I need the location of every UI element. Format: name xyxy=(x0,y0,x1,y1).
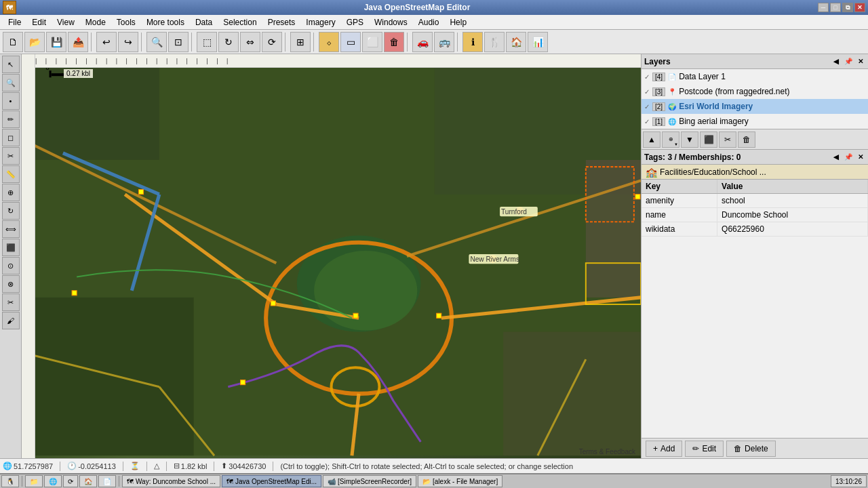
menu-windows[interactable]: Windows xyxy=(369,16,413,28)
layer-down-btn[interactable]: ▼ xyxy=(681,131,698,148)
tags-close-btn[interactable]: ✕ xyxy=(856,152,865,161)
tool-measure[interactable]: 📏 xyxy=(2,165,20,183)
svg-rect-24 xyxy=(138,190,143,195)
tool-paint[interactable]: 🖌 xyxy=(2,312,20,329)
taskbar-files[interactable]: 📁 xyxy=(25,475,43,487)
undo-btn[interactable]: ↩ xyxy=(96,32,117,52)
menu-audio[interactable]: Audio xyxy=(413,16,445,28)
taskbar-refresh[interactable]: ⟳ xyxy=(63,475,78,487)
svg-rect-29 xyxy=(635,195,640,199)
menu-gps[interactable]: GPS xyxy=(341,16,369,28)
menu-help[interactable]: Help xyxy=(444,16,472,28)
layer-merge-btn[interactable]: ⬛ xyxy=(700,131,717,148)
restore-btn[interactable]: ⧉ xyxy=(842,3,853,12)
info-btn[interactable]: ℹ xyxy=(462,32,483,52)
taskbar-recorder-icon: 📹 xyxy=(328,478,336,485)
graph-btn[interactable]: 📊 xyxy=(528,32,548,52)
food-btn[interactable]: 🍴 xyxy=(484,32,505,52)
select2-btn[interactable]: ⬜ xyxy=(362,32,382,52)
tool-merge[interactable]: ⊗ xyxy=(2,275,20,293)
mirror-btn[interactable]: ⇔ xyxy=(240,32,260,52)
upload-btn[interactable]: 📤 xyxy=(68,32,88,52)
delete-tag-btn[interactable]: 🗑 Delete xyxy=(726,441,776,457)
layer-delete-btn[interactable]: 🗑 xyxy=(738,131,755,148)
taskbar-recorder[interactable]: 📹 [SimpleScreenRecorder] xyxy=(323,475,416,487)
layers-collapse-btn[interactable]: ◀ xyxy=(831,57,841,66)
tool-select[interactable]: ◻ xyxy=(2,129,20,146)
maximize-btn[interactable]: □ xyxy=(830,3,841,12)
layers-close-btn[interactable]: ✕ xyxy=(856,57,865,66)
select-all-btn[interactable]: ⬚ xyxy=(197,32,217,52)
tool-adjust[interactable]: ⊕ xyxy=(2,184,20,201)
layer-duplicate-btn[interactable]: ✂ xyxy=(719,131,736,148)
tags-pin-btn[interactable]: 📌 xyxy=(842,152,854,161)
tag-key-1: amenity xyxy=(642,194,717,208)
redo-btn[interactable]: ↪ xyxy=(118,32,138,52)
tool-zoom[interactable]: 🔍 xyxy=(2,74,20,92)
tool-split[interactable]: ✂ xyxy=(2,293,20,311)
start-icon: 🐧 xyxy=(6,478,14,485)
tool-rotate[interactable]: ↻ xyxy=(2,202,20,220)
menu-more-tools[interactable]: More tools xyxy=(141,16,190,28)
tool-connect[interactable]: ⊙ xyxy=(2,257,20,274)
zoom-fit-btn[interactable]: 🔍 xyxy=(146,32,167,52)
menu-imagery[interactable]: Imagery xyxy=(300,16,340,28)
close-btn[interactable]: ✕ xyxy=(854,3,865,12)
menu-file[interactable]: File xyxy=(3,16,26,28)
tag-row-2[interactable]: name Duncombe School xyxy=(642,208,868,222)
open-btn[interactable]: 📂 xyxy=(24,32,45,52)
zoom-fit2-btn[interactable]: ⊡ xyxy=(168,32,189,52)
taskbar-browser[interactable]: 🌐 xyxy=(44,475,62,487)
refresh-btn[interactable]: ⟳ xyxy=(262,32,282,52)
layers-toolbar: ▲ ⊕ ▼ ▼ ⬛ ✂ 🗑 xyxy=(642,129,868,149)
menu-tools[interactable]: Tools xyxy=(111,16,141,28)
menu-presets[interactable]: Presets xyxy=(262,16,301,28)
tool-extrude[interactable]: ⬛ xyxy=(2,239,20,256)
tags-header-title: Tags: 3 / Memberships: 0 xyxy=(644,152,741,162)
menu-data[interactable]: Data xyxy=(190,16,218,28)
menu-edit[interactable]: Edit xyxy=(26,16,52,28)
delete2-btn[interactable]: 🗑 xyxy=(384,32,404,52)
layer-item-1[interactable]: ✓ [1] 🌐 Bing aerial imagery xyxy=(642,114,868,129)
taskbar-home[interactable]: 🏠 xyxy=(79,475,97,487)
rotate-btn[interactable]: ↻ xyxy=(218,32,239,52)
taskbar-text[interactable]: 📄 xyxy=(98,475,116,487)
layer-item-3[interactable]: ✓ [3] 📍 Postcode (from raggedred.net) xyxy=(642,84,868,99)
bus-btn[interactable]: 🚌 xyxy=(434,32,454,52)
node-icon-btn[interactable]: ⬦ xyxy=(319,32,339,52)
taskbar-start[interactable]: 🐧 xyxy=(1,475,19,487)
taskbar-way[interactable]: 🗺 Way: Duncombe School ... xyxy=(122,475,220,487)
layers-pin-btn[interactable]: 📌 xyxy=(842,57,854,66)
minimize-btn[interactable]: ─ xyxy=(818,3,829,12)
tool-delete[interactable]: ✂ xyxy=(2,147,20,165)
new-btn[interactable]: 🗋 xyxy=(3,32,23,52)
menu-view[interactable]: View xyxy=(52,16,80,28)
taskbar-filemanager[interactable]: 📂 [alexk - File Manager] xyxy=(418,475,502,487)
layer-move-btn[interactable]: ⊕ ▼ xyxy=(662,131,679,148)
clock-display: 13:10:26 xyxy=(835,478,862,485)
layer-item-2[interactable]: ✓ [2] 🌍 Esri World Imagery xyxy=(642,99,868,114)
tool-cursor[interactable]: ↖ xyxy=(2,56,20,73)
car-btn[interactable]: 🚗 xyxy=(412,32,433,52)
tool-draw-way[interactable]: ✏ xyxy=(2,110,20,128)
map-area[interactable]: Turnford New River Arms 0 | | | | | | | … xyxy=(22,54,641,458)
terms-label[interactable]: Terms & Feedback xyxy=(579,448,635,455)
layer-item-4[interactable]: ✓ [4] 📄 Data Layer 1 xyxy=(642,69,868,84)
layer-up-btn[interactable]: ▲ xyxy=(643,131,660,148)
add-tag-btn[interactable]: + Add xyxy=(646,441,682,457)
tags-collapse-btn[interactable]: ◀ xyxy=(831,152,841,161)
tag-row-3[interactable]: wikidata Q66225960 xyxy=(642,222,868,237)
grid-btn[interactable]: ⊞ xyxy=(290,32,311,52)
menu-selection[interactable]: Selection xyxy=(218,16,262,28)
segment-btn[interactable]: ▭ xyxy=(340,32,361,52)
tag-row-1[interactable]: amenity school xyxy=(642,194,868,208)
status-message: (Ctrl to toggle); Shift-Ctrl to rotate s… xyxy=(280,462,865,470)
tool-draw-node[interactable]: • xyxy=(2,92,20,110)
building-btn[interactable]: 🏠 xyxy=(506,32,526,52)
status-scale: ⊟ 1.82 kbl xyxy=(174,462,208,470)
menu-mode[interactable]: Mode xyxy=(80,16,111,28)
tool-parallel[interactable]: ⟺ xyxy=(2,220,20,238)
taskbar-josm[interactable]: 🗺 Java OpenStreetMap Edi... xyxy=(222,475,321,487)
edit-tag-btn[interactable]: ✏ Edit xyxy=(685,441,724,457)
save-btn[interactable]: 💾 xyxy=(46,32,66,52)
